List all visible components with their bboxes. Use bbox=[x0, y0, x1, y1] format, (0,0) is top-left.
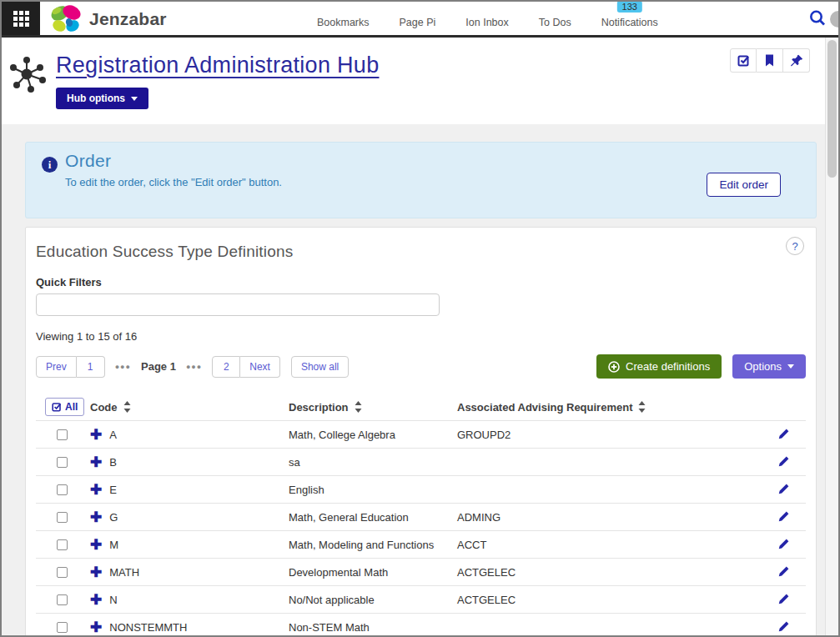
table-row: ✚E English bbox=[36, 475, 806, 503]
cell-code: E bbox=[109, 484, 117, 496]
vertical-scrollbar[interactable] bbox=[825, 38, 838, 637]
search-button[interactable] bbox=[808, 9, 827, 31]
prev-button[interactable]: Prev bbox=[36, 356, 77, 378]
pencil-icon bbox=[777, 456, 789, 468]
avatar[interactable] bbox=[830, 11, 840, 28]
nav-to-dos[interactable]: To Dos bbox=[539, 17, 571, 28]
pagination-dots-right: ●●● bbox=[186, 363, 202, 371]
cell-requirement: ADMING bbox=[457, 511, 759, 524]
cell-code: B bbox=[109, 456, 117, 469]
order-panel-description: To edit the order, click the "Edit order… bbox=[65, 176, 282, 188]
row-checkbox[interactable] bbox=[57, 539, 68, 550]
cell-description: No/Not applicable bbox=[289, 594, 457, 606]
help-button[interactable]: ? bbox=[786, 237, 804, 255]
cell-description: Developmental Math bbox=[289, 566, 457, 579]
row-checkbox[interactable] bbox=[57, 594, 68, 605]
options-button[interactable]: Options bbox=[732, 354, 806, 379]
cell-description: sa bbox=[289, 456, 457, 469]
row-checkbox[interactable] bbox=[57, 512, 68, 523]
app-launcher-button[interactable] bbox=[2, 2, 40, 35]
table-row: ✚N No/Not applicable ACTGELEC bbox=[36, 585, 806, 613]
notifications-count-badge: 133 bbox=[617, 1, 642, 13]
nav-bookmarks[interactable]: Bookmarks bbox=[317, 17, 370, 28]
scrollbar-thumb[interactable] bbox=[827, 40, 837, 178]
expand-plus-icon[interactable]: ✚ bbox=[90, 593, 102, 607]
pencil-icon bbox=[777, 621, 789, 633]
select-all-button[interactable]: All bbox=[45, 398, 84, 416]
expand-plus-icon[interactable]: ✚ bbox=[90, 428, 102, 442]
next-group: 2 Next bbox=[212, 356, 280, 378]
row-checkbox[interactable] bbox=[57, 567, 68, 578]
nav-ion-inbox[interactable]: Ion Inbox bbox=[465, 17, 508, 28]
top-navigation-bar: Jenzabar Bookmarks Page Pi Ion Inbox To … bbox=[2, 2, 838, 38]
cell-code: MATH bbox=[109, 566, 139, 579]
quick-filters-label: Quick Filters bbox=[36, 276, 806, 288]
edit-row-button[interactable] bbox=[777, 456, 789, 468]
header-tool-group bbox=[730, 48, 810, 73]
page-2-button[interactable]: 2 bbox=[212, 356, 240, 378]
order-panel-title: Order bbox=[65, 151, 111, 171]
browser-window: Jenzabar Bookmarks Page Pi Ion Inbox To … bbox=[0, 0, 840, 637]
cell-description: Math, College Algebra bbox=[289, 429, 457, 441]
page-1-button[interactable]: 1 bbox=[77, 356, 105, 378]
page-title-link[interactable]: Registration Administration Hub bbox=[56, 53, 379, 78]
table-row: ✚MATH Developmental Math ACTGELEC bbox=[36, 558, 806, 585]
quick-filters-input[interactable] bbox=[36, 293, 440, 316]
cell-requirement: GROUPD2 bbox=[457, 429, 759, 441]
viewing-status: Viewing 1 to 15 of 16 bbox=[36, 330, 806, 343]
pencil-icon bbox=[777, 594, 789, 605]
page-header: Registration Administration Hub Hub opti… bbox=[2, 38, 825, 124]
row-checkbox[interactable] bbox=[57, 457, 68, 468]
edit-row-button[interactable] bbox=[777, 539, 789, 550]
row-checkbox[interactable] bbox=[57, 484, 68, 495]
expand-plus-icon[interactable]: ✚ bbox=[90, 620, 102, 634]
chevron-down-icon bbox=[787, 364, 794, 369]
table-row: ✚M Math, Modeling and Functions ACCT bbox=[36, 530, 806, 558]
bookmark-button[interactable] bbox=[757, 48, 783, 73]
row-checkbox[interactable] bbox=[57, 429, 68, 440]
tasks-button[interactable] bbox=[730, 48, 757, 73]
expand-plus-icon[interactable]: ✚ bbox=[90, 483, 102, 497]
edit-row-button[interactable] bbox=[777, 511, 789, 523]
pencil-icon bbox=[777, 429, 789, 440]
cell-code: N bbox=[109, 594, 117, 606]
expand-plus-icon[interactable]: ✚ bbox=[90, 538, 102, 552]
hub-options-button[interactable]: Hub options bbox=[56, 88, 148, 109]
edit-order-button[interactable]: Edit order bbox=[707, 173, 781, 197]
brand-name: Jenzabar bbox=[89, 9, 167, 29]
prev-group: Prev 1 bbox=[36, 356, 105, 378]
edit-row-button[interactable] bbox=[777, 566, 789, 578]
cell-code: G bbox=[109, 511, 118, 524]
row-checkbox[interactable] bbox=[57, 622, 68, 633]
pencil-icon bbox=[777, 539, 789, 550]
expand-plus-icon[interactable]: ✚ bbox=[90, 565, 102, 579]
next-button[interactable]: Next bbox=[240, 356, 280, 378]
brand-logo[interactable]: Jenzabar bbox=[49, 4, 167, 34]
nav-page-pi[interactable]: Page Pi bbox=[400, 17, 436, 28]
edit-row-button[interactable] bbox=[777, 621, 789, 633]
column-header-description[interactable]: Description bbox=[289, 401, 457, 414]
edit-row-button[interactable] bbox=[777, 429, 789, 440]
table-header-row: All Code Description Associated Adv bbox=[36, 394, 806, 420]
expand-plus-icon[interactable]: ✚ bbox=[90, 510, 102, 524]
cell-requirement: ACTGELEC bbox=[457, 594, 759, 606]
definitions-table: All Code Description Associated Adv bbox=[36, 394, 806, 637]
create-definitions-button[interactable]: Create definitions bbox=[596, 354, 722, 379]
sort-icon bbox=[355, 401, 362, 413]
show-all-button[interactable]: Show all bbox=[291, 356, 349, 378]
sort-icon bbox=[638, 401, 646, 413]
column-header-requirement[interactable]: Associated Advising Requirement bbox=[457, 401, 759, 414]
cell-requirement: ACTGELEC bbox=[457, 566, 759, 579]
hub-icon bbox=[8, 54, 46, 94]
edit-row-button[interactable] bbox=[777, 484, 789, 495]
definitions-card: Education Success Type Definitions ? Qui… bbox=[25, 227, 817, 637]
chevron-down-icon bbox=[131, 97, 138, 101]
expand-plus-icon[interactable]: ✚ bbox=[90, 455, 102, 469]
pin-button[interactable] bbox=[783, 48, 810, 73]
edit-row-button[interactable] bbox=[777, 594, 789, 605]
definitions-title: Education Success Type Definitions bbox=[36, 243, 806, 261]
column-header-code[interactable]: Code bbox=[90, 401, 131, 414]
cell-code: NONSTEMMTH bbox=[109, 621, 187, 634]
nav-notifications[interactable]: 133 Notifications bbox=[601, 17, 658, 28]
butterfly-icon bbox=[49, 4, 83, 34]
